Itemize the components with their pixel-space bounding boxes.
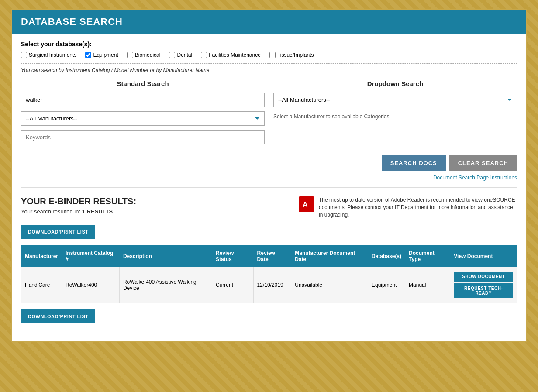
content-area: Select your database(s): Surgical Instru… [12,34,526,341]
col-header-manufacturer: Manufacturer [21,246,62,267]
section-divider [21,187,517,188]
cell-description: RoWalker400 Assistive Walking Device [119,267,212,303]
standard-manufacturer-select[interactable]: --All Manufacturers-- [21,111,265,126]
col-header-databases: Database(s) [368,246,405,267]
checkbox-equipment-label: Equipment [93,52,118,58]
dropdown-manufacturer-select[interactable]: --All Manufacturers-- [273,93,517,107]
col-header-doc-type: Document Type [405,246,450,267]
search-section: Standard Search --All Manufacturers-- Dr… [21,80,517,149]
cell-doc-type: Manual [405,267,450,303]
results-count: Your search resulted in: 1 RESULTS [21,208,136,215]
col-header-catalog: Instrument Catalog # [62,246,120,267]
results-title: YOUR E-BINDER RESULTS: [21,196,136,206]
col-header-review-status: Review Status [212,246,253,267]
standard-search-col: Standard Search --All Manufacturers-- [21,80,265,149]
results-section: YOUR E-BINDER RESULTS: Your search resul… [21,196,517,334]
results-count-prefix: Your search resulted in: [21,208,80,215]
checkbox-biomedical-label: Biomedical [135,52,161,58]
header-bar: DATABASE SEARCH [12,10,526,34]
results-table-body: HandiCare RoWalker400 RoWalker400 Assist… [21,267,517,303]
cell-mfr-doc-date: Unavailable [291,267,368,303]
checkbox-biomedical[interactable]: Biomedical [127,52,161,58]
col-header-review-date: Review Date [253,246,291,267]
show-document-button[interactable]: SHOW DOCUMENT [454,272,513,282]
results-left: YOUR E-BINDER RESULTS: Your search resul… [21,196,136,215]
select-db-label: Select your database(s): [21,41,517,48]
request-tech-ready-button[interactable]: REQUEST TECH-READY [454,283,513,298]
download-print-list-button-top[interactable]: DOWNLOAD/PRINT LIST [21,225,95,239]
cell-review-date: 12/10/2019 [253,267,291,303]
results-count-value: 1 RESULTS [82,208,113,215]
checkboxes-row: Surgical Instruments Equipment Biomedica… [21,52,517,58]
download-print-list-button-bottom[interactable]: DOWNLOAD/PRINT LIST [21,309,95,323]
col-header-description: Description [119,246,212,267]
cell-catalog: RoWalker400 [62,267,120,303]
col-header-mfr-doc-date: Manufacturer Document Date [291,246,368,267]
checkbox-facilities-input[interactable] [201,52,207,58]
adobe-notice: A The most up to date version of Adobe R… [299,196,517,218]
checkbox-dental[interactable]: Dental [169,52,192,58]
main-container: DATABASE SEARCH Select your database(s):… [11,9,527,342]
keywords-input[interactable] [21,130,265,144]
cell-manufacturer: HandiCare [21,267,62,303]
page-title: DATABASE SEARCH [21,16,517,28]
cell-view-doc: SHOW DOCUMENT REQUEST TECH-READY [450,267,517,303]
standard-search-title: Standard Search [21,80,265,87]
instructions-link[interactable]: Document Search Page Instructions [433,175,517,181]
dropdown-category-hint: Select a Manufacturer to see available C… [273,113,517,120]
checkbox-biomedical-input[interactable] [127,52,133,58]
cell-databases: Equipment [368,267,405,303]
checkbox-tissue[interactable]: Tissue/Implants [269,52,314,58]
buttons-row: SEARCH DOCS CLEAR SEARCH [21,155,517,171]
instructions-link-container: Document Search Page Instructions [21,174,517,181]
results-table: Manufacturer Instrument Catalog # Descri… [21,245,517,303]
checkbox-dental-input[interactable] [169,52,175,58]
checkbox-tissue-input[interactable] [269,52,276,58]
dropdown-search-col: Dropdown Search --All Manufacturers-- Se… [273,80,517,149]
checkbox-surgical[interactable]: Surgical Instruments [21,52,76,58]
checkbox-facilities-label: Facilities Maintenance [209,52,261,58]
checkbox-facilities[interactable]: Facilities Maintenance [201,52,261,58]
adobe-icon: A [299,196,314,212]
search-hint: You can search by Instrument Catalog / M… [21,63,517,73]
table-row: HandiCare RoWalker400 RoWalker400 Assist… [21,267,517,303]
col-header-view-doc: View Document [450,246,517,267]
results-header: YOUR E-BINDER RESULTS: Your search resul… [21,196,517,218]
adobe-notice-text: The most up to date version of Adobe Rea… [319,196,517,218]
cell-review-status: Current [212,267,253,303]
standard-search-text-input[interactable] [21,93,265,107]
clear-search-button[interactable]: CLEAR SEARCH [449,155,517,171]
checkbox-dental-label: Dental [177,52,192,58]
checkbox-equipment[interactable]: Equipment [85,52,118,58]
dropdown-search-title: Dropdown Search [273,80,517,87]
results-table-head: Manufacturer Instrument Catalog # Descri… [21,246,517,267]
checkbox-surgical-input[interactable] [21,52,27,58]
checkbox-tissue-label: Tissue/Implants [277,52,314,58]
results-table-header-row: Manufacturer Instrument Catalog # Descri… [21,246,517,267]
checkbox-surgical-label: Surgical Instruments [29,52,76,58]
checkbox-equipment-input[interactable] [85,52,91,58]
search-docs-button[interactable]: SEARCH DOCS [382,155,446,171]
svg-text:A: A [303,201,308,208]
